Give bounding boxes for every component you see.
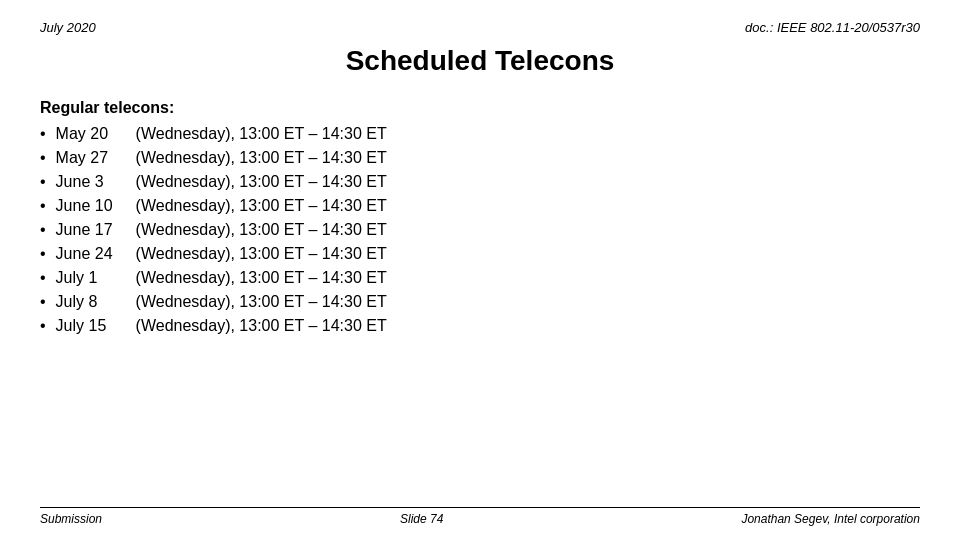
telecon-date: June 3 bbox=[56, 173, 136, 191]
header: July 2020 doc.: IEEE 802.11-20/0537r30 bbox=[40, 20, 920, 35]
slide-title: Scheduled Telecons bbox=[40, 45, 920, 77]
footer-submission: Submission bbox=[40, 512, 102, 526]
list-item: •July 1(Wednesday), 13:00 ET – 14:30 ET bbox=[40, 269, 920, 287]
bullet-icon: • bbox=[40, 197, 46, 215]
telecon-date: May 27 bbox=[56, 149, 136, 167]
telecon-date: July 8 bbox=[56, 293, 136, 311]
telecon-detail: (Wednesday), 13:00 ET – 14:30 ET bbox=[136, 293, 387, 311]
telecon-detail: (Wednesday), 13:00 ET – 14:30 ET bbox=[136, 245, 387, 263]
bullet-icon: • bbox=[40, 221, 46, 239]
bullet-icon: • bbox=[40, 293, 46, 311]
telecon-detail: (Wednesday), 13:00 ET – 14:30 ET bbox=[136, 197, 387, 215]
list-item: •June 24(Wednesday), 13:00 ET – 14:30 ET bbox=[40, 245, 920, 263]
section-label: Regular telecons: bbox=[40, 99, 920, 117]
telecon-detail: (Wednesday), 13:00 ET – 14:30 ET bbox=[136, 125, 387, 143]
telecon-date: June 17 bbox=[56, 221, 136, 239]
footer-author: Jonathan Segev, Intel corporation bbox=[741, 512, 920, 526]
list-item: •June 3 (Wednesday), 13:00 ET – 14:30 ET bbox=[40, 173, 920, 191]
bullet-icon: • bbox=[40, 149, 46, 167]
bullet-icon: • bbox=[40, 269, 46, 287]
telecon-date: June 24 bbox=[56, 245, 136, 263]
bullet-icon: • bbox=[40, 317, 46, 335]
telecon-detail: (Wednesday), 13:00 ET – 14:30 ET bbox=[136, 149, 387, 167]
list-item: •June 17(Wednesday), 13:00 ET – 14:30 ET bbox=[40, 221, 920, 239]
slide: July 2020 doc.: IEEE 802.11-20/0537r30 S… bbox=[0, 0, 960, 540]
telecon-date: May 20 bbox=[56, 125, 136, 143]
telecon-detail: (Wednesday), 13:00 ET – 14:30 ET bbox=[136, 269, 387, 287]
telecon-detail: (Wednesday), 13:00 ET – 14:30 ET bbox=[136, 317, 387, 335]
telecon-date: June 10 bbox=[56, 197, 136, 215]
header-date: July 2020 bbox=[40, 20, 96, 35]
list-item: •June 10(Wednesday), 13:00 ET – 14:30 ET bbox=[40, 197, 920, 215]
list-item: •July 8(Wednesday), 13:00 ET – 14:30 ET bbox=[40, 293, 920, 311]
bullet-icon: • bbox=[40, 125, 46, 143]
bullet-icon: • bbox=[40, 173, 46, 191]
header-doc: doc.: IEEE 802.11-20/0537r30 bbox=[745, 20, 920, 35]
list-item: •May 27(Wednesday), 13:00 ET – 14:30 ET bbox=[40, 149, 920, 167]
telecon-detail: (Wednesday), 13:00 ET – 14:30 ET bbox=[136, 173, 387, 191]
telecon-detail: (Wednesday), 13:00 ET – 14:30 ET bbox=[136, 221, 387, 239]
list-item: •May 20(Wednesday), 13:00 ET – 14:30 ET bbox=[40, 125, 920, 143]
telecon-date: July 1 bbox=[56, 269, 136, 287]
footer: Submission Slide 74 Jonathan Segev, Inte… bbox=[40, 507, 920, 526]
telecon-date: July 15 bbox=[56, 317, 136, 335]
footer-slide: Slide 74 bbox=[400, 512, 443, 526]
telecon-list: •May 20(Wednesday), 13:00 ET – 14:30 ET•… bbox=[40, 125, 920, 335]
list-item: •July 15(Wednesday), 13:00 ET – 14:30 ET bbox=[40, 317, 920, 335]
bullet-icon: • bbox=[40, 245, 46, 263]
